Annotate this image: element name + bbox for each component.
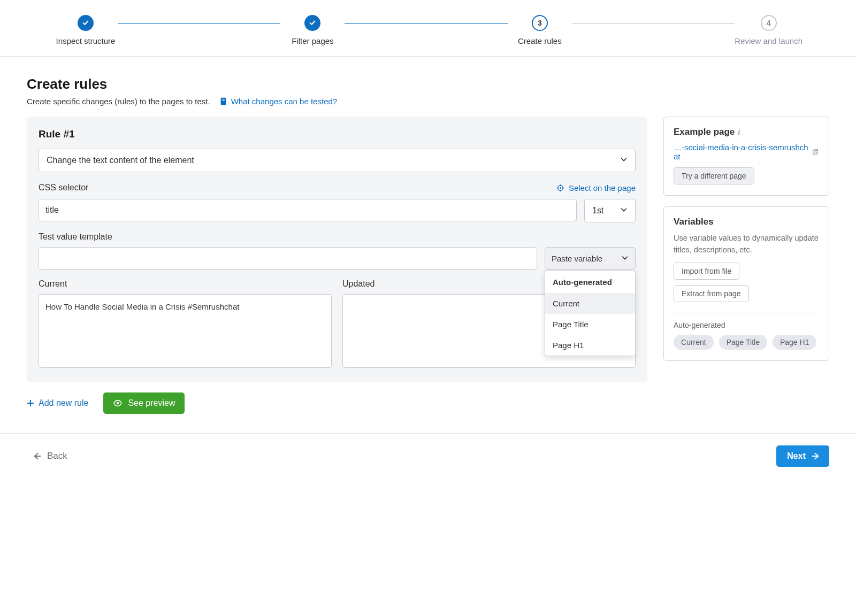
chevron-down-icon (620, 156, 628, 165)
chevron-down-icon (620, 206, 628, 215)
rule-card: Rule #1 Change the text content of the e… (27, 117, 647, 382)
step-label: Filter pages (292, 36, 333, 45)
example-page-link[interactable]: …-social-media-in-a-crisis-semrushchat (674, 143, 819, 161)
template-input[interactable] (39, 247, 537, 270)
auto-generated-heading: Auto-generated (674, 321, 819, 329)
eye-icon (113, 398, 123, 408)
variable-tag-current[interactable]: Current (674, 335, 714, 350)
back-button[interactable]: Back (32, 451, 67, 461)
example-page-card: Example page i …-social-media-in-a-crisi… (663, 117, 829, 196)
paste-variable-button[interactable]: Paste variable (545, 247, 636, 270)
svg-rect-1 (221, 98, 225, 104)
ordinal-select[interactable]: 1st (584, 199, 636, 222)
variable-tag-page-h1[interactable]: Page H1 (773, 335, 816, 350)
step-number: 3 (532, 15, 548, 31)
step-connector (572, 23, 735, 24)
dropdown-item-page-h1[interactable]: Page H1 (545, 335, 635, 356)
rule-title: Rule #1 (39, 128, 636, 140)
select-on-page-link[interactable]: Select on the page (556, 183, 636, 192)
step-connector (118, 23, 280, 24)
check-icon (78, 15, 94, 31)
variables-card: Variables Use variable values to dynamic… (663, 206, 829, 361)
target-icon (556, 184, 564, 192)
document-icon (220, 97, 228, 105)
current-label: Current (39, 279, 332, 289)
step-inspect-structure[interactable]: Inspect structure (54, 15, 118, 45)
page-title: Create rules (27, 76, 829, 93)
extract-from-page-button[interactable]: Extract from page (674, 285, 749, 302)
next-button[interactable]: Next (776, 445, 829, 467)
try-different-page-button[interactable]: Try a different page (674, 167, 754, 184)
check-icon (304, 15, 320, 31)
step-label: Inspect structure (56, 36, 116, 45)
import-from-file-button[interactable]: Import from file (674, 263, 739, 280)
step-connector (345, 23, 507, 24)
css-selector-input[interactable] (39, 199, 577, 221)
page-subtitle: Create specific changes (rules) to the p… (27, 97, 210, 106)
css-selector-label: CSS selector (39, 183, 88, 192)
arrow-right-icon (811, 451, 821, 461)
step-number: 4 (761, 15, 777, 31)
dropdown-item-current[interactable]: Current (545, 293, 635, 314)
external-link-icon (812, 148, 819, 156)
arrow-left-icon (32, 451, 42, 461)
step-review-launch[interactable]: 4 Review and launch (735, 15, 802, 45)
dropdown-heading: Auto-generated (545, 271, 635, 293)
variables-description: Use variable values to dynamically updat… (674, 233, 819, 256)
svg-rect-2 (222, 99, 225, 100)
rule-action-select[interactable]: Change the text content of the element (39, 149, 636, 172)
plus-icon (27, 399, 34, 407)
help-link[interactable]: What changes can be tested? (220, 97, 337, 106)
info-icon[interactable]: i (738, 128, 740, 137)
step-create-rules[interactable]: 3 Create rules (508, 15, 572, 45)
paste-variable-dropdown: Auto-generated Current Page Title Page H… (545, 271, 636, 356)
step-label: Review and launch (735, 36, 802, 45)
stepper: Inspect structure Filter pages 3 Create … (0, 0, 856, 57)
see-preview-button[interactable]: See preview (103, 392, 185, 414)
step-filter-pages[interactable]: Filter pages (280, 15, 345, 45)
variable-tag-page-title[interactable]: Page Title (719, 335, 767, 350)
svg-rect-3 (222, 101, 225, 101)
step-label: Create rules (518, 36, 562, 45)
example-page-heading: Example page i (674, 127, 819, 137)
template-label: Test value template (39, 232, 636, 242)
dropdown-item-page-title[interactable]: Page Title (545, 314, 635, 335)
divider (674, 313, 819, 313)
current-value-box: How To Handle Social Media in a Crisis #… (39, 294, 332, 368)
add-rule-button[interactable]: Add new rule (27, 398, 88, 408)
variables-heading: Variables (674, 217, 819, 227)
svg-point-6 (117, 402, 119, 405)
svg-point-5 (560, 187, 561, 189)
chevron-down-icon (621, 254, 629, 263)
